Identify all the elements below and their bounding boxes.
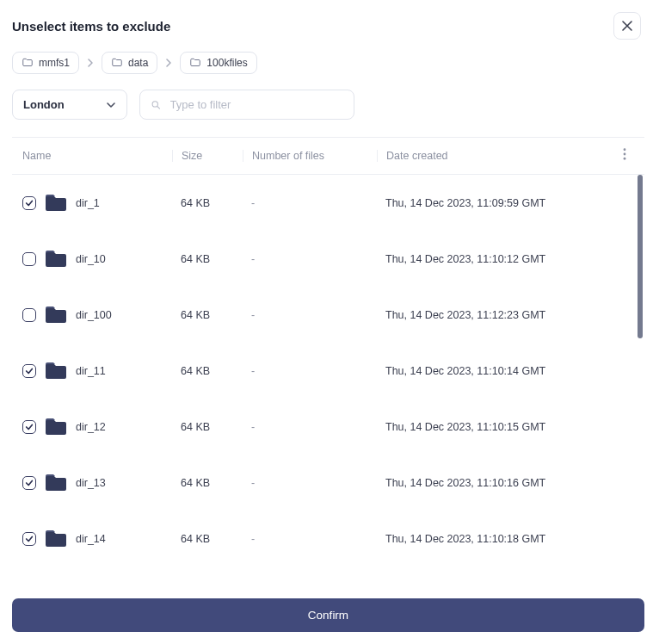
table-row: dir_1 64 KB - Thu, 14 Dec 2023, 11:09:59… [12,175,644,231]
check-icon [25,535,34,543]
row-date: Thu, 14 Dec 2023, 11:10:12 GMT [377,253,644,265]
row-files: - [243,309,377,321]
chevron-down-icon [106,100,116,110]
check-icon [25,423,34,431]
row-name: dir_1 [76,197,100,209]
row-size: 64 KB [172,533,243,545]
row-size: 64 KB [172,253,243,265]
row-size: 64 KB [172,197,243,209]
row-date: Thu, 14 Dec 2023, 11:10:15 GMT [377,421,644,433]
breadcrumb-item[interactable]: mmfs1 [12,52,79,74]
folder-outline-icon [189,57,201,69]
check-icon [25,479,34,487]
svg-point-2 [624,153,626,156]
folder-outline-icon [22,57,34,69]
row-size: 64 KB [172,309,243,321]
row-checkbox[interactable] [22,196,36,210]
close-button[interactable] [613,12,641,40]
folder-icon [45,250,67,269]
row-date: Thu, 14 Dec 2023, 11:10:18 GMT [377,533,644,545]
folder-icon [45,529,67,548]
folder-icon [45,306,67,325]
row-checkbox[interactable] [22,532,36,546]
table-row: dir_100 64 KB - Thu, 14 Dec 2023, 11:12:… [12,287,644,343]
filter-input[interactable] [170,98,343,111]
folder-outline-icon [111,57,123,69]
check-icon [25,199,34,207]
region-select[interactable]: London [12,90,127,120]
table-row: dir_11 64 KB - Thu, 14 Dec 2023, 11:10:1… [12,343,644,399]
row-name: dir_100 [76,309,112,321]
row-size: 64 KB [172,421,243,433]
row-name: dir_14 [76,533,106,545]
row-name: dir_13 [76,477,106,489]
row-name: dir_10 [76,253,106,265]
table-row: dir_13 64 KB - Thu, 14 Dec 2023, 11:10:1… [12,455,644,511]
row-files: - [243,365,377,377]
breadcrumb: mmfs1 data 100kfiles [12,52,644,74]
row-checkbox[interactable] [22,364,36,378]
row-size: 64 KB [172,477,243,489]
breadcrumb-item[interactable]: 100kfiles [180,52,256,74]
folder-icon [45,474,67,492]
row-checkbox[interactable] [22,420,36,434]
folder-icon [45,362,67,381]
row-files: - [243,477,377,489]
column-header-date[interactable]: Date created [377,150,644,162]
row-checkbox[interactable] [22,252,36,266]
svg-point-3 [624,158,626,160]
svg-point-1 [624,148,626,151]
row-name: dir_11 [76,365,106,377]
row-date: Thu, 14 Dec 2023, 11:12:23 GMT [377,309,644,321]
column-header-size[interactable]: Size [172,150,243,162]
row-date: Thu, 14 Dec 2023, 11:10:16 GMT [377,477,644,489]
row-date: Thu, 14 Dec 2023, 11:09:59 GMT [377,197,644,209]
folder-icon [45,418,67,437]
table-body: dir_1 64 KB - Thu, 14 Dec 2023, 11:09:59… [12,175,644,566]
row-files: - [243,533,377,545]
row-checkbox[interactable] [22,476,36,490]
region-select-value: London [23,98,65,111]
row-name: dir_12 [76,421,106,433]
search-icon [151,99,162,111]
kebab-icon [619,148,631,160]
row-files: - [243,197,377,209]
row-files: - [243,253,377,265]
table-header: Name Size Number of files Date created [12,137,644,175]
breadcrumb-label: 100kfiles [206,57,247,69]
table-row: dir_14 64 KB - Thu, 14 Dec 2023, 11:10:1… [12,511,644,566]
column-header-name[interactable]: Name [12,150,172,162]
svg-point-0 [152,101,157,106]
close-icon [622,21,632,31]
breadcrumb-label: mmfs1 [39,57,70,69]
row-size: 64 KB [172,365,243,377]
filter-field[interactable] [139,90,354,120]
breadcrumb-label: data [128,57,148,69]
row-date: Thu, 14 Dec 2023, 11:10:14 GMT [377,365,644,377]
row-checkbox[interactable] [22,308,36,322]
breadcrumb-item[interactable]: data [102,52,157,74]
chevron-right-icon [164,59,173,67]
folder-icon [45,194,67,213]
page-title: Unselect items to exclude [12,19,170,34]
confirm-button[interactable]: Confirm [12,598,644,632]
chevron-right-icon [86,59,95,67]
check-icon [25,367,34,375]
column-header-files[interactable]: Number of files [243,150,377,162]
table-row: dir_12 64 KB - Thu, 14 Dec 2023, 11:10:1… [12,399,644,455]
scrollbar-thumb[interactable] [638,175,643,338]
row-files: - [243,421,377,433]
column-options-button[interactable] [619,148,631,164]
table-row: dir_10 64 KB - Thu, 14 Dec 2023, 11:10:1… [12,231,644,287]
